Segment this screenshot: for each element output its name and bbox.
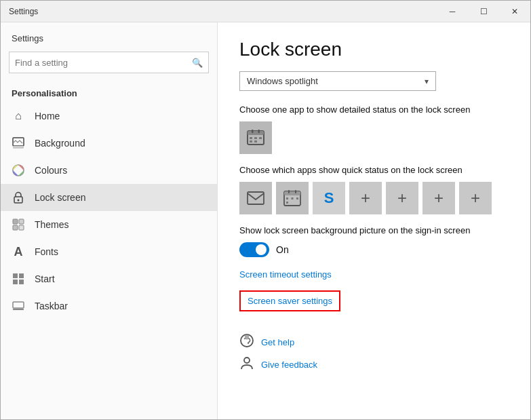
svg-rect-20 [254, 137, 257, 139]
quick-status-apps: S + + + + [239, 182, 509, 214]
sidebar-item-taskbar[interactable]: Taskbar [1, 292, 217, 320]
svg-rect-12 [19, 280, 24, 284]
fonts-icon: A [12, 245, 25, 259]
svg-rect-22 [250, 140, 252, 142]
calendar-small-icon [283, 189, 301, 207]
svg-rect-13 [13, 302, 24, 308]
colours-icon [12, 164, 25, 177]
sidebar-item-home[interactable]: ⌂ Home [1, 102, 217, 130]
plus-icon-1: + [361, 189, 370, 208]
search-box[interactable]: 🔍 [9, 52, 209, 73]
give-feedback-row[interactable]: Give feedback [239, 356, 509, 374]
taskbar-icon [12, 299, 25, 313]
svg-rect-26 [284, 191, 300, 195]
plus-icon-4: + [471, 189, 480, 208]
mail-icon [247, 191, 264, 205]
svg-rect-21 [259, 137, 262, 139]
dropdown-arrow-icon: ▾ [425, 77, 429, 86]
close-button[interactable]: ✕ [499, 1, 530, 22]
app-icon-plus-4[interactable]: + [459, 182, 492, 214]
svg-rect-19 [250, 137, 252, 139]
quick-status-desc: Choose which apps show quick status on t… [239, 165, 509, 175]
get-help-icon [239, 333, 254, 351]
sidebar-item-label-themes: Themes [35, 219, 69, 230]
svg-rect-23 [254, 140, 257, 142]
sidebar-item-label-taskbar: Taskbar [35, 301, 68, 311]
plus-icon-2: + [397, 189, 407, 208]
app-icon-plus-3[interactable]: + [422, 182, 455, 214]
sidebar-title: Settings [1, 22, 217, 49]
svg-rect-17 [252, 130, 254, 133]
get-help-row[interactable]: Get help [239, 333, 509, 351]
home-icon: ⌂ [12, 109, 25, 123]
toggle-label: On [276, 244, 289, 255]
sidebar-item-themes[interactable]: Themes [1, 211, 217, 238]
sidebar-item-label-lock-screen: Lock screen [35, 192, 85, 203]
spotlight-dropdown[interactable]: Windows spotlight ▾ [239, 71, 436, 91]
screen-saver-link[interactable]: Screen saver settings [239, 290, 340, 311]
svg-rect-8 [19, 225, 24, 230]
svg-rect-29 [286, 197, 288, 199]
maximize-button[interactable]: ☐ [468, 1, 499, 22]
svg-rect-10 [19, 273, 24, 278]
lock-screen-icon [12, 191, 25, 204]
screen-timeout-link[interactable]: Screen timeout settings [239, 269, 332, 280]
sidebar-item-label-background: Background [35, 138, 85, 149]
minimize-button[interactable]: ─ [437, 1, 468, 22]
give-feedback-icon [239, 356, 254, 374]
svg-rect-1 [13, 146, 24, 149]
sidebar-item-label-colours: Colours [35, 165, 67, 176]
svg-point-4 [18, 199, 20, 202]
sign-in-bg-toggle-row: On [239, 242, 509, 257]
sign-in-bg-toggle[interactable] [239, 242, 269, 257]
window-title: Settings [9, 7, 38, 16]
svg-rect-24 [248, 192, 264, 204]
give-feedback-label: Give feedback [261, 360, 317, 370]
svg-rect-11 [13, 280, 18, 284]
themes-icon [12, 218, 25, 231]
window-controls: ─ ☐ ✕ [437, 1, 530, 22]
title-bar: Settings ─ ☐ ✕ [1, 1, 530, 22]
get-help-label: Get help [261, 337, 294, 347]
spotlight-dropdown-row: Windows spotlight ▾ [239, 71, 509, 91]
svg-rect-18 [258, 130, 260, 133]
sidebar-item-colours[interactable]: Colours [1, 157, 217, 184]
app-icon-mail[interactable] [239, 182, 272, 214]
sidebar-item-lock-screen[interactable]: Lock screen [1, 184, 217, 211]
search-input[interactable] [15, 58, 192, 68]
svg-rect-6 [19, 219, 24, 224]
detailed-status-app-icon[interactable] [239, 121, 272, 154]
calendar-icon [246, 128, 265, 147]
app-icon-skype[interactable]: S [313, 182, 345, 214]
page-title: Lock screen [239, 39, 509, 60]
detailed-status-desc: Choose one app to show detailed status o… [239, 104, 509, 115]
svg-rect-5 [13, 219, 18, 224]
settings-window: Settings ─ ☐ ✕ Settings 🔍 Personalisatio… [0, 0, 531, 420]
svg-rect-30 [292, 197, 294, 199]
sidebar-item-label-start: Start [35, 273, 55, 284]
svg-rect-27 [288, 190, 290, 193]
svg-rect-14 [13, 309, 24, 310]
section-label: Personalisation [1, 81, 217, 102]
search-icon: 🔍 [192, 58, 203, 68]
svg-rect-31 [296, 197, 298, 199]
sidebar-item-label-home: Home [35, 111, 60, 121]
svg-rect-32 [286, 202, 288, 204]
svg-rect-9 [13, 273, 18, 278]
sign-in-bg-desc: Show lock screen background picture on t… [239, 225, 509, 235]
sidebar-item-background[interactable]: Background [1, 130, 217, 157]
svg-point-36 [245, 337, 249, 340]
svg-rect-16 [248, 131, 264, 135]
start-icon [12, 272, 25, 286]
sidebar-item-start[interactable]: Start [1, 265, 217, 292]
app-icon-plus-1[interactable]: + [349, 182, 382, 214]
content-area: Settings 🔍 Personalisation ⌂ Home [1, 22, 530, 419]
app-icon-calendar[interactable] [276, 182, 309, 214]
svg-rect-7 [13, 225, 18, 230]
app-icon-plus-2[interactable]: + [386, 182, 418, 214]
skype-letter: S [324, 189, 334, 207]
sidebar-item-fonts[interactable]: A Fonts [1, 238, 217, 265]
toggle-knob [256, 244, 267, 255]
main-content: Lock screen Windows spotlight ▾ Choose o… [218, 22, 530, 419]
background-icon [12, 136, 25, 150]
